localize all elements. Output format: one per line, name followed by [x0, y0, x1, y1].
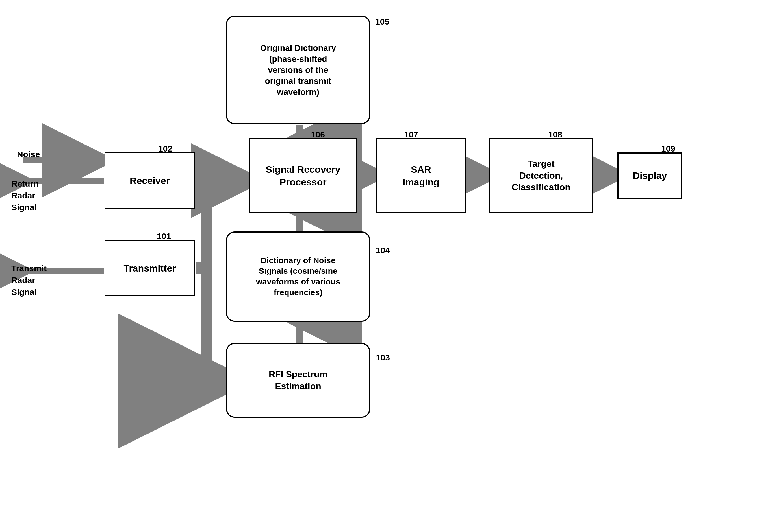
- original-dictionary-box: Original Dictionary(phase-shiftedversion…: [226, 16, 370, 124]
- transmit-radar-label: TransmitRadarSignal: [11, 262, 47, 298]
- receiver-box: Receiver: [104, 152, 195, 209]
- sar-imaging-box: SARImaging: [376, 138, 466, 213]
- diagram-container: Noise ReturnRadarSignal TransmitRadarSig…: [0, 0, 766, 532]
- rfi-ref: 103: [376, 353, 390, 362]
- signal-recovery-box: Signal RecoveryProcessor: [249, 138, 357, 213]
- dict-noise-box: Dictionary of NoiseSignals (cosine/sinew…: [226, 231, 370, 322]
- receiver-ref: 102: [158, 144, 172, 154]
- signal-recovery-ref: 106: [311, 130, 325, 139]
- noise-label: Noise: [17, 150, 40, 159]
- target-detection-box: TargetDetection,Classification: [489, 138, 594, 213]
- display-ref: 109: [661, 144, 675, 154]
- return-radar-label: ReturnRadarSignal: [11, 178, 39, 213]
- display-box: Display: [618, 152, 682, 199]
- transmitter-ref: 101: [157, 231, 171, 241]
- original-dict-ref: 105: [375, 17, 389, 27]
- dict-noise-ref: 104: [376, 246, 390, 255]
- transmitter-box: Transmitter: [104, 240, 195, 296]
- target-detection-ref: 108: [548, 130, 562, 139]
- rfi-spectrum-box: RFI SpectrumEstimation: [226, 343, 370, 418]
- sar-ref: 107: [404, 130, 418, 139]
